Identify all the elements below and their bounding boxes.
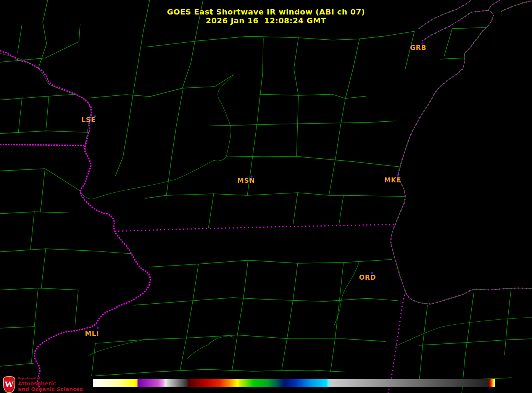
logo-line-2: and Oceanic Sciences — [18, 387, 83, 392]
station-label-grb: GRB — [410, 44, 426, 52]
station-dot-grb — [422, 43, 424, 45]
station-label-ord: ORD — [359, 274, 376, 281]
logo-dept-line: Department of — [18, 377, 83, 380]
satellite-map-viewport: GOES East Shortwave IR window (ABI ch 07… — [0, 0, 532, 393]
temperature-colorbar — [93, 379, 495, 387]
station-dot-mke — [397, 175, 399, 177]
logo-text: Department of Atmospheric and Oceanic Sc… — [18, 377, 83, 392]
map-canvas — [0, 0, 532, 393]
logo-line-1: Atmospheric — [18, 381, 83, 387]
uw-crest-icon: W — [3, 376, 15, 393]
station-dot-lse — [94, 116, 96, 118]
station-dot-ord — [371, 272, 373, 274]
station-label-msn: MSN — [237, 177, 255, 184]
station-label-mli: MLI — [85, 330, 99, 337]
state-border-dots — [0, 51, 150, 393]
station-dot-mli — [97, 327, 99, 329]
uw-aos-logo: W Department of Atmospheric and Oceanic … — [3, 376, 83, 393]
station-dot-msn — [251, 176, 253, 178]
crest-letter: W — [5, 381, 13, 388]
station-label-mke: MKE — [384, 176, 401, 184]
station-label-lse: LSE — [81, 116, 96, 124]
